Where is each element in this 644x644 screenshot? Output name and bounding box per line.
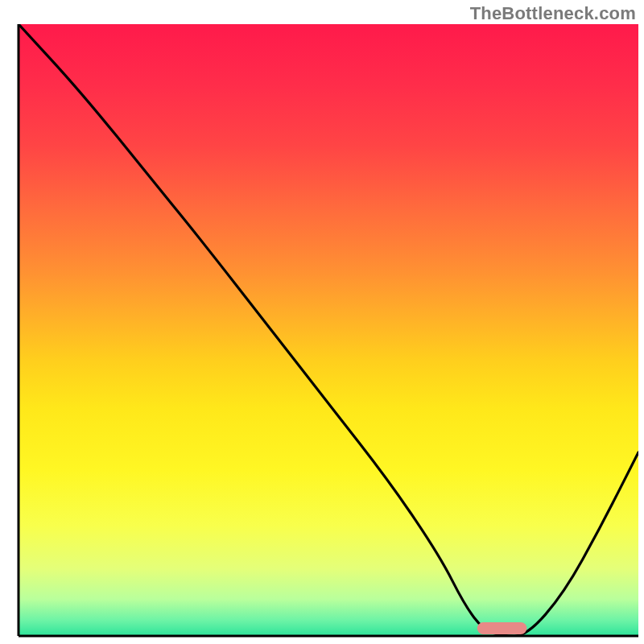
watermark-text: TheBottleneck.com	[470, 3, 636, 24]
gradient-background	[19, 24, 638, 636]
plot-area	[19, 24, 638, 636]
optimum-marker-layer	[477, 622, 527, 634]
chart-stage: TheBottleneck.com	[0, 0, 644, 644]
chart-svg	[0, 0, 644, 644]
optimum-marker	[477, 622, 527, 634]
